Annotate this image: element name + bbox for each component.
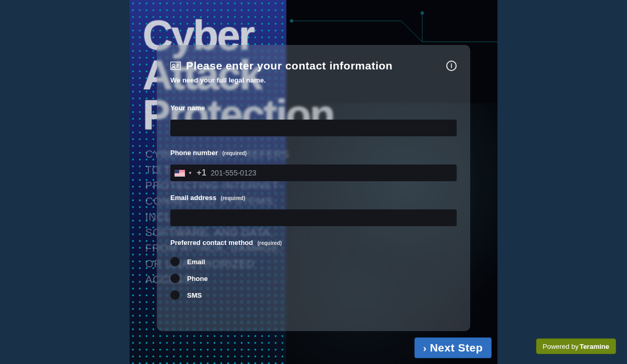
svg-point-2 [421, 11, 424, 15]
radio-label: Phone [187, 275, 208, 283]
contact-method-field: Preferred contact method (required) Emai… [170, 238, 457, 303]
next-step-button[interactable]: › Next Step [414, 337, 492, 358]
radio-label: Email [187, 258, 205, 266]
contact-method-label: Preferred contact method [170, 239, 253, 246]
svg-point-7 [172, 64, 175, 66]
required-tag: (required) [258, 240, 282, 246]
chevron-right-icon: › [423, 343, 427, 353]
contact-card-icon [170, 62, 181, 70]
form-subtitle: We need your full legal name. [170, 76, 457, 84]
email-field: Email address (required) [170, 193, 457, 226]
phone-field: Phone number (required) ▼ +1 [170, 148, 457, 181]
required-tag: (required) [221, 195, 246, 201]
contact-form-panel: Please enter your contact information i … [157, 45, 470, 331]
contact-method-options: Email Phone SMS [170, 253, 457, 303]
country-code: +1 [196, 168, 206, 178]
us-flag-icon[interactable] [175, 170, 185, 177]
name-input[interactable] [170, 120, 457, 136]
powered-by-link[interactable]: Powered by Teramine [536, 338, 617, 354]
radio-label: SMS [187, 291, 202, 299]
phone-input[interactable] [211, 169, 452, 177]
form-heading: Please enter your contact information [186, 60, 392, 72]
next-step-label: Next Step [430, 342, 483, 354]
radio-icon [170, 257, 180, 266]
name-label: Your name [170, 104, 205, 112]
form-heading-row: Please enter your contact information i [170, 60, 457, 72]
powered-brand: Teramine [579, 343, 609, 350]
app-stage: Cyber Attack Protection CYBERSECURITY RE… [130, 0, 497, 364]
phone-label: Phone number [170, 149, 218, 157]
phone-input-row: ▼ +1 [170, 165, 457, 181]
radio-icon [170, 274, 180, 283]
name-field: Your name [170, 103, 457, 136]
radio-icon [170, 290, 180, 300]
powered-prefix: Powered by [543, 343, 579, 350]
info-icon[interactable]: i [446, 61, 457, 71]
chevron-down-icon[interactable]: ▼ [188, 171, 192, 175]
contact-method-option-phone[interactable]: Phone [170, 270, 457, 287]
email-input[interactable] [170, 209, 457, 226]
email-label: Email address [170, 194, 216, 202]
required-tag: (required) [222, 150, 247, 156]
contact-method-option-sms[interactable]: SMS [170, 287, 457, 303]
contact-method-option-email[interactable]: Email [170, 253, 457, 270]
